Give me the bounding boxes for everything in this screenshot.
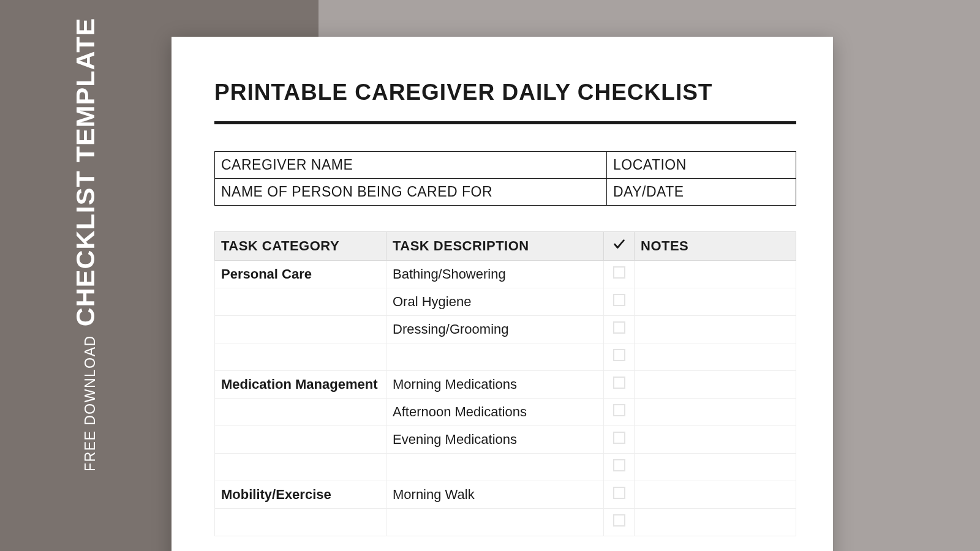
task-checkbox[interactable]	[613, 377, 625, 389]
task-checkbox[interactable]	[613, 404, 625, 416]
header-description: TASK DESCRIPTION	[386, 232, 604, 261]
task-notes[interactable]	[635, 509, 796, 536]
task-notes[interactable]	[635, 261, 796, 288]
task-checkbox[interactable]	[613, 514, 625, 527]
table-row: Oral Hygiene	[215, 288, 796, 316]
info-row-2: NAME OF PERSON BEING CARED FOR DAY/DATE	[215, 179, 796, 206]
task-header-row: TASK CATEGORY TASK DESCRIPTION NOTES	[215, 232, 796, 261]
task-description: Oral Hygiene	[386, 288, 604, 316]
task-checkbox[interactable]	[613, 432, 625, 444]
title-rule	[214, 121, 796, 124]
page-title: PRINTABLE CAREGIVER DAILY CHECKLIST	[214, 80, 796, 105]
table-row	[215, 509, 796, 536]
category-label: Personal Care	[221, 266, 312, 282]
table-row: Dressing/Grooming	[215, 316, 796, 343]
task-notes[interactable]	[635, 343, 796, 371]
task-checkbox[interactable]	[613, 321, 625, 334]
task-notes[interactable]	[635, 316, 796, 343]
day-date-cell: DAY/DATE	[607, 179, 796, 206]
info-row-1: CAREGIVER NAME LOCATION	[215, 152, 796, 179]
sidebar-label: FREE DOWNLOAD CHECKLIST TEMPLATE	[74, 18, 97, 471]
table-row	[215, 454, 796, 481]
task-notes[interactable]	[635, 454, 796, 481]
caregiver-name-cell: CAREGIVER NAME	[215, 152, 607, 179]
document-page: PRINTABLE CAREGIVER DAILY CHECKLIST CARE…	[172, 37, 833, 551]
cared-for-cell: NAME OF PERSON BEING CARED FOR	[215, 179, 607, 206]
table-row: Mobility/Exercise Morning Walk	[215, 481, 796, 509]
task-notes[interactable]	[635, 481, 796, 509]
task-description: Morning Medications	[386, 371, 604, 399]
table-row: Personal Care Bathing/Showering	[215, 261, 796, 288]
task-notes[interactable]	[635, 426, 796, 454]
task-description: Dressing/Grooming	[386, 316, 604, 343]
task-description: Evening Medications	[386, 426, 604, 454]
task-description: Morning Walk	[386, 481, 604, 509]
task-checkbox[interactable]	[613, 487, 625, 499]
header-category: TASK CATEGORY	[215, 232, 386, 261]
task-description	[386, 343, 604, 371]
task-description: Bathing/Showering	[386, 261, 604, 288]
table-row: Medication Management Morning Medication…	[215, 371, 796, 399]
task-body: Personal Care Bathing/Showering Oral Hyg…	[215, 261, 796, 536]
location-cell: LOCATION	[607, 152, 796, 179]
task-checkbox[interactable]	[613, 349, 625, 361]
task-checkbox[interactable]	[613, 266, 625, 279]
task-notes[interactable]	[635, 399, 796, 426]
task-description	[386, 454, 604, 481]
checkmark-icon	[612, 238, 626, 251]
sidebar-large-text: CHECKLIST TEMPLATE	[74, 18, 97, 327]
header-check	[604, 232, 635, 261]
table-row	[215, 343, 796, 371]
info-table: CAREGIVER NAME LOCATION NAME OF PERSON B…	[214, 151, 796, 206]
stage: FREE DOWNLOAD CHECKLIST TEMPLATE PRINTAB…	[0, 0, 980, 551]
task-description: Afternoon Medications	[386, 399, 604, 426]
table-row: Afternoon Medications	[215, 399, 796, 426]
task-notes[interactable]	[635, 371, 796, 399]
task-description	[386, 509, 604, 536]
task-table: TASK CATEGORY TASK DESCRIPTION NOTES Per…	[214, 231, 796, 536]
task-checkbox[interactable]	[613, 294, 625, 306]
category-label: Mobility/Exercise	[221, 487, 331, 502]
task-notes[interactable]	[635, 288, 796, 316]
table-row: Evening Medications	[215, 426, 796, 454]
task-checkbox[interactable]	[613, 459, 625, 471]
sidebar-small-text: FREE DOWNLOAD	[83, 335, 97, 471]
category-label: Medication Management	[221, 377, 377, 392]
header-notes: NOTES	[635, 232, 796, 261]
